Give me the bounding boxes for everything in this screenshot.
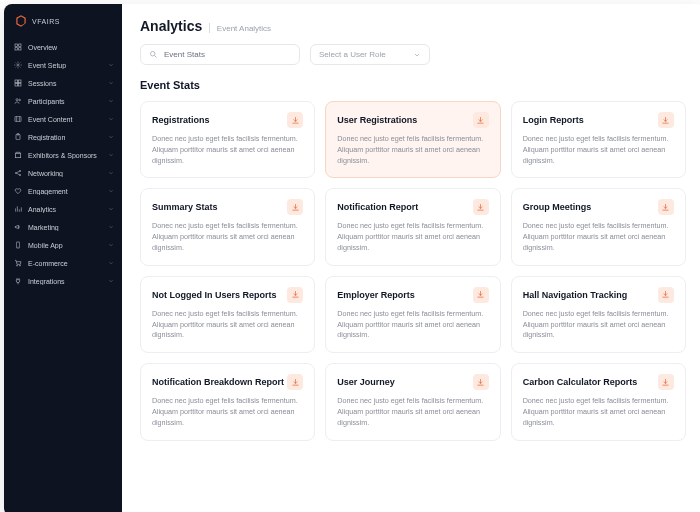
report-card[interactable]: User JourneyDonec nec justo eget felis f… [325,363,500,440]
card-description: Donec nec justo eget felis facilisis fer… [523,396,674,428]
section-title: Event Stats [140,79,686,91]
card-title: Summary Stats [152,202,218,212]
card-title: User Journey [337,377,395,387]
sidebar-item-label: Marketing [28,224,102,231]
sidebar-item-label: Analytics [28,206,102,213]
brand-name: vFAIRS [32,18,60,25]
card-header: Notification Breakdown Report [152,374,303,390]
download-button[interactable] [287,374,303,390]
svg-rect-2 [15,48,17,50]
sidebar-item-mobile-app[interactable]: Mobile App [4,236,122,254]
report-card[interactable]: Summary StatsDonec nec justo eget felis … [140,188,315,265]
download-button[interactable] [473,287,489,303]
report-card[interactable]: Employer ReportsDonec nec justo eget fel… [325,276,500,353]
share-icon [14,169,22,177]
sidebar-item-registration[interactable]: Registration [4,128,122,146]
card-header: Not Logged In Users Reports [152,287,303,303]
card-title: Employer Reports [337,290,415,300]
chevron-down-icon [108,260,114,266]
sidebar-item-networking[interactable]: Networking [4,164,122,182]
report-card[interactable]: Notification Breakdown ReportDonec nec j… [140,363,315,440]
svg-point-9 [16,99,18,101]
sidebar-item-label: Engagement [28,188,102,195]
svg-rect-3 [19,48,21,50]
svg-rect-16 [15,154,20,158]
chevron-down-icon [413,51,421,59]
filter-bar: Event Stats Select a User Role [140,44,686,65]
report-card[interactable]: Group MeetingsDonec nec justo eget felis… [511,188,686,265]
sidebar-item-event-content[interactable]: Event Content [4,110,122,128]
svg-line-20 [17,171,20,172]
card-description: Donec nec justo eget felis facilisis fer… [152,134,303,166]
download-button[interactable] [658,374,674,390]
sidebar-item-label: Participants [28,98,102,105]
sidebar-item-sessions[interactable]: Sessions [4,74,122,92]
sidebar-item-integrations[interactable]: Integrations [4,272,122,290]
download-button[interactable] [473,374,489,390]
download-button[interactable] [287,199,303,215]
card-description: Donec nec justo eget felis facilisis fer… [523,134,674,166]
tiles-icon [14,79,22,87]
download-button[interactable] [658,287,674,303]
download-icon [476,203,485,212]
download-button[interactable] [658,112,674,128]
report-card[interactable]: User RegistrationsDonec nec justo eget f… [325,101,500,178]
search-input[interactable]: Event Stats [140,44,300,65]
download-button[interactable] [287,287,303,303]
card-header: Summary Stats [152,199,303,215]
report-card[interactable]: Hall Navigation TrackingDonec nec justo … [511,276,686,353]
report-card[interactable]: Login ReportsDonec nec justo eget felis … [511,101,686,178]
megaphone-icon [14,223,22,231]
download-button[interactable] [473,112,489,128]
chevron-down-icon [108,188,114,194]
sidebar-item-engagement[interactable]: Engagement [4,182,122,200]
download-button[interactable] [287,112,303,128]
sidebar-item-event-setup[interactable]: Event Setup [4,56,122,74]
card-header: Group Meetings [523,199,674,215]
svg-rect-8 [18,83,21,86]
select-placeholder: Select a User Role [319,50,386,59]
download-icon [661,290,670,299]
page-header: Analytics | Event Analytics [140,18,686,34]
chevron-down-icon [108,116,114,122]
download-button[interactable] [658,199,674,215]
report-card[interactable]: RegistrationsDonec nec justo eget felis … [140,101,315,178]
sidebar-item-overview[interactable]: Overview [4,38,122,56]
cards-grid: RegistrationsDonec nec justo eget felis … [140,101,686,441]
card-description: Donec nec justo eget felis facilisis fer… [152,396,303,428]
download-icon [661,378,670,387]
chevron-down-icon [108,242,114,248]
svg-point-28 [17,265,18,266]
sidebar-item-participants[interactable]: Participants [4,92,122,110]
cart-icon [14,259,22,267]
download-icon [661,203,670,212]
sidebar-nav: OverviewEvent SetupSessionsParticipantsE… [4,38,122,290]
sidebar-item-analytics[interactable]: Analytics [4,200,122,218]
card-title: Login Reports [523,115,584,125]
report-card[interactable]: Not Logged In Users ReportsDonec nec jus… [140,276,315,353]
chevron-down-icon [108,170,114,176]
sidebar-item-label: Event Content [28,116,102,123]
chevron-down-icon [108,278,114,284]
sidebar-item-marketing[interactable]: Marketing [4,218,122,236]
download-button[interactable] [473,199,489,215]
report-card[interactable]: Notification ReportDonec nec justo eget … [325,188,500,265]
chevron-down-icon [108,152,114,158]
svg-line-32 [155,56,157,58]
sidebar-item-exhibitors-sponsors[interactable]: Exhibitors & Sponsors [4,146,122,164]
chevron-down-icon [108,134,114,140]
svg-point-18 [19,170,20,171]
chevron-down-icon [108,98,114,104]
sidebar-item-e-commerce[interactable]: E-commerce [4,254,122,272]
card-title: Notification Breakdown Report [152,377,284,387]
role-select[interactable]: Select a User Role [310,44,430,65]
sidebar-item-label: E-commerce [28,260,102,267]
report-card[interactable]: Carbon Calculator ReportsDonec nec justo… [511,363,686,440]
page-title: Analytics [140,18,202,34]
search-placeholder: Event Stats [164,50,205,59]
card-header: Registrations [152,112,303,128]
card-description: Donec nec justo eget felis facilisis fer… [523,309,674,341]
card-header: Login Reports [523,112,674,128]
card-title: Hall Navigation Tracking [523,290,628,300]
sidebar: vFAIRS OverviewEvent SetupSessionsPartic… [4,4,122,512]
